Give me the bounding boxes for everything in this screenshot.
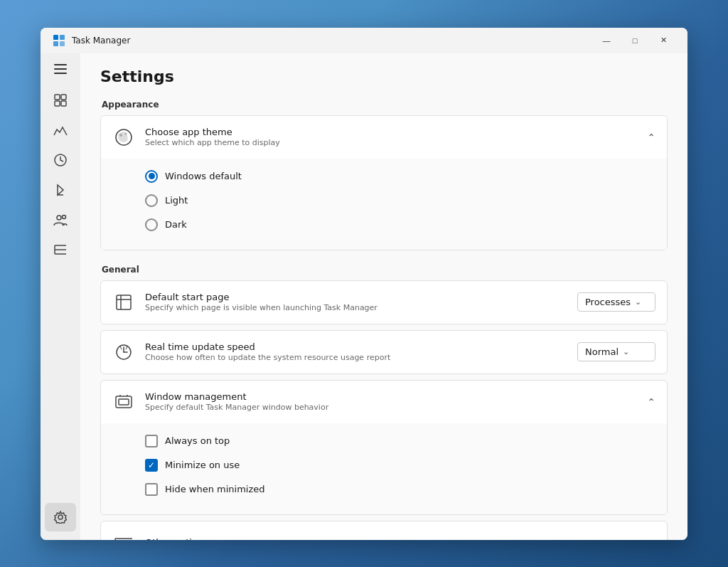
- svg-rect-9: [55, 101, 60, 106]
- svg-rect-2: [53, 41, 58, 46]
- appearance-section-label: Appearance: [100, 100, 668, 110]
- theme-icon: [112, 126, 135, 149]
- always-on-top-option[interactable]: Always on top: [145, 429, 653, 453]
- update-speed-subtitle: Choose how often to update the system re…: [145, 353, 567, 362]
- theme-title: Choose app theme: [145, 127, 637, 137]
- svg-point-14: [57, 216, 61, 220]
- window-mgmt-card: Window management Specify default Task M…: [100, 380, 668, 515]
- sidebar-item-app-history[interactable]: [45, 146, 76, 174]
- content-area: Settings Appearance Choose app theme: [41, 53, 687, 540]
- main-content-panel: Settings Appearance Choose app theme: [80, 53, 687, 540]
- svg-rect-4: [54, 64, 67, 65]
- svg-rect-0: [53, 35, 58, 40]
- svg-point-15: [63, 215, 66, 218]
- svg-rect-6: [54, 73, 67, 74]
- svg-point-22: [119, 134, 122, 137]
- window-mgmt-header: Window management Specify default Task M…: [101, 381, 667, 423]
- general-section-label: General: [100, 265, 668, 275]
- sidebar-item-settings[interactable]: [45, 503, 76, 531]
- other-options-header: Other options: [101, 521, 667, 540]
- start-page-subtitle: Specify which page is visible when launc…: [145, 303, 567, 312]
- minimize-on-use-option[interactable]: ✓ Minimize on use: [145, 453, 653, 477]
- svg-rect-7: [55, 95, 60, 100]
- start-page-header: Default start page Specify which page is…: [101, 281, 667, 324]
- update-speed-icon: [112, 341, 135, 364]
- svg-point-20: [58, 515, 63, 519]
- theme-option-dark[interactable]: Dark: [145, 213, 653, 237]
- start-page-dropdown-arrow: ⌄: [635, 297, 648, 307]
- other-options-card: Other options: [100, 521, 668, 540]
- start-page-card: Default start page Specify which page is…: [100, 280, 668, 324]
- update-speed-dropdown-arrow: ⌄: [623, 347, 648, 356]
- theme-light-label: Light: [165, 195, 188, 206]
- maximize-button[interactable]: □: [622, 31, 648, 51]
- svg-rect-8: [61, 95, 66, 100]
- other-options-text: Other options: [145, 537, 655, 540]
- start-page-title: Default start page: [145, 292, 567, 302]
- other-options-title: Other options: [145, 537, 655, 540]
- start-page-icon: [112, 291, 135, 314]
- theme-subtitle: Select which app theme to display: [145, 138, 637, 147]
- theme-header-text: Choose app theme Select which app theme …: [145, 127, 637, 147]
- sidebar-item-details[interactable]: [45, 235, 76, 264]
- theme-windows-default-label: Windows default: [165, 171, 242, 181]
- update-speed-text: Real time update speed Choose how often …: [145, 341, 567, 362]
- sidebar-item-performance[interactable]: [45, 116, 76, 144]
- window-controls: — □ ✕: [594, 31, 676, 51]
- theme-dark-label: Dark: [165, 219, 187, 230]
- window-title: Task Manager: [72, 36, 594, 46]
- minimize-on-use-checkbox[interactable]: ✓: [145, 459, 158, 472]
- sidebar: [41, 53, 80, 540]
- svg-marker-12: [58, 185, 63, 195]
- start-page-value: Processes: [585, 297, 631, 307]
- sidebar-item-startup[interactable]: [45, 176, 76, 204]
- radio-windows-default[interactable]: [145, 170, 158, 183]
- sidebar-bottom: [45, 503, 76, 537]
- svg-rect-24: [117, 295, 131, 309]
- other-options-icon: [112, 531, 135, 540]
- update-speed-dropdown[interactable]: Normal ⌄: [577, 342, 655, 361]
- always-on-top-checkbox[interactable]: [145, 435, 158, 447]
- theme-option-light[interactable]: Light: [145, 189, 653, 213]
- app-icon: [52, 33, 66, 48]
- theme-options-body: Windows default Light Dark: [101, 159, 667, 250]
- window-mgmt-chevron-icon[interactable]: ⌃: [647, 396, 655, 408]
- theme-option-windows-default[interactable]: Windows default: [145, 164, 653, 189]
- start-page-text: Default start page Specify which page is…: [145, 292, 567, 312]
- minimize-on-use-label: Minimize on use: [165, 460, 240, 470]
- start-page-dropdown[interactable]: Processes ⌄: [577, 292, 655, 312]
- page-title: Settings: [100, 68, 668, 85]
- window-mgmt-title: Window management: [145, 391, 637, 402]
- window-mgmt-icon: [112, 391, 135, 413]
- svg-rect-29: [119, 399, 129, 405]
- update-speed-value: Normal: [585, 346, 619, 357]
- minimize-button[interactable]: —: [594, 31, 619, 51]
- appearance-card: Choose app theme Select which app theme …: [100, 115, 668, 250]
- theme-card-header: Choose app theme Select which app theme …: [101, 116, 667, 159]
- update-speed-title: Real time update speed: [145, 341, 567, 352]
- hide-when-minimized-checkbox[interactable]: [145, 483, 158, 496]
- close-button[interactable]: ✕: [651, 31, 676, 51]
- window-mgmt-subtitle: Specify default Task Manager window beha…: [145, 403, 637, 412]
- svg-rect-1: [60, 35, 65, 40]
- title-bar: Task Manager — □ ✕: [41, 28, 687, 53]
- always-on-top-label: Always on top: [165, 435, 230, 446]
- svg-point-23: [125, 132, 127, 134]
- hide-when-minimized-option[interactable]: Hide when minimized: [145, 477, 653, 502]
- window-mgmt-options-body: Always on top ✓ Minimize on use Hide whe…: [101, 423, 667, 514]
- window-mgmt-text: Window management Specify default Task M…: [145, 391, 637, 412]
- theme-chevron-icon[interactable]: ⌃: [647, 132, 655, 143]
- update-speed-card: Real time update speed Choose how often …: [100, 330, 668, 374]
- hamburger-menu-button[interactable]: [45, 56, 76, 82]
- hide-when-minimized-label: Hide when minimized: [165, 484, 265, 494]
- svg-rect-3: [60, 41, 65, 46]
- sidebar-item-processes[interactable]: [45, 86, 76, 115]
- radio-dark[interactable]: [145, 218, 158, 231]
- svg-rect-10: [61, 101, 66, 106]
- update-speed-header: Real time update speed Choose how often …: [101, 331, 667, 373]
- svg-rect-5: [54, 68, 67, 70]
- task-manager-window: Task Manager — □ ✕: [41, 28, 687, 540]
- radio-light[interactable]: [145, 194, 158, 207]
- sidebar-item-users[interactable]: [45, 206, 76, 234]
